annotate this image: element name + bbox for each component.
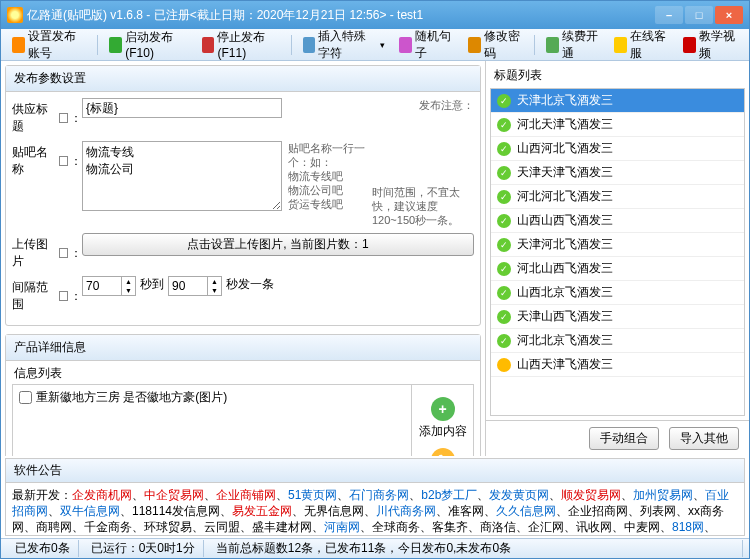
announce-group: 软件公告 最新开发：企发商机网、中企贸易网、企业商铺网、51黄页网、石门商务网、…	[5, 458, 745, 536]
warning-icon	[497, 358, 511, 372]
title-text: 河北山西飞酒发三	[517, 260, 613, 277]
manual-combine-button[interactable]: 手动组合	[589, 427, 659, 450]
start-button[interactable]: 启动发布(F10)	[104, 26, 192, 63]
app-window: 亿路通(贴吧版) v1.6.8 - 已注册<截止日期：2020年12月21日 1…	[0, 0, 750, 559]
title-row[interactable]: ✓河北天津飞酒发三	[491, 113, 744, 137]
title-text: 山西河北飞酒发三	[517, 140, 613, 157]
gear-icon	[12, 37, 25, 53]
title-text: 河北北京飞酒发三	[517, 332, 613, 349]
spinner-to[interactable]: ▲▼	[208, 276, 222, 296]
cs-button[interactable]: 在线客服	[609, 25, 674, 65]
side-buttons: +添加内容 ✎修改内容 ✖删除内容 !全部删除	[411, 385, 473, 456]
title-row[interactable]: ✓山西北京飞酒发三	[491, 281, 744, 305]
window-title: 亿路通(贴吧版) v1.6.8 - 已注册<截止日期：2020年12月21日 1…	[27, 7, 653, 24]
star-icon	[614, 37, 627, 53]
title-text: 天津山西飞酒发三	[517, 308, 613, 325]
right-pane: 标题列表 ✓天津北京飞酒发三✓河北天津飞酒发三✓山西河北飞酒发三✓天津天津飞酒发…	[486, 61, 749, 456]
interval-from-input[interactable]	[82, 276, 122, 296]
status-published: 已发布0条	[7, 540, 79, 557]
check-icon: ✓	[497, 190, 511, 204]
money-icon	[546, 37, 559, 53]
video-button[interactable]: 教学视频	[678, 25, 743, 65]
check-icon: ✓	[497, 118, 511, 132]
main-area: 发布参数设置 供应标题： 发布注意： 贴吧名称： 物流专线 物流公司 贴吧名称一…	[1, 61, 749, 456]
detail-group: 产品详细信息 信息列表 重新徽地方三房 是否徽地方豪(图片) +添加内容 ✎修改…	[5, 334, 481, 456]
title-text: 天津北京飞酒发三	[517, 92, 613, 109]
title-row[interactable]: ✓河北北京飞酒发三	[491, 329, 744, 353]
title-row[interactable]: ✓天津北京飞酒发三	[491, 89, 744, 113]
title-row[interactable]: ✓山西山西飞酒发三	[491, 209, 744, 233]
title-row[interactable]: ✓河北山西飞酒发三	[491, 257, 744, 281]
edit-content-button[interactable]: ✎修改内容	[416, 448, 470, 456]
check-icon: ✓	[497, 262, 511, 276]
plus-icon: +	[431, 397, 455, 421]
info-list-label: 信息列表	[6, 361, 480, 384]
title-row[interactable]: ✓天津河北飞酒发三	[491, 233, 744, 257]
stop-button[interactable]: 停止发布(F11)	[197, 26, 285, 63]
title-text: 河北河北飞酒发三	[517, 188, 613, 205]
title-text: 河北天津飞酒发三	[517, 116, 613, 133]
bar-picker[interactable]	[59, 156, 68, 166]
info-checkbox[interactable]	[19, 391, 32, 404]
check-icon: ✓	[497, 166, 511, 180]
spinner-from[interactable]: ▲▼	[122, 276, 136, 296]
params-group: 发布参数设置 供应标题： 发布注意： 贴吧名称： 物流专线 物流公司 贴吧名称一…	[5, 65, 481, 326]
title-row[interactable]: ✓山西河北飞酒发三	[491, 137, 744, 161]
app-icon	[7, 7, 23, 23]
title-text: 天津天津飞酒发三	[517, 164, 613, 181]
status-summary: 当前总标题数12条，已发布11条，今日发布0,未发布0条	[208, 540, 743, 557]
title-row[interactable]: ✓河北河北飞酒发三	[491, 185, 744, 209]
dice-icon	[399, 37, 412, 53]
title-row[interactable]: ✓天津天津飞酒发三	[491, 161, 744, 185]
video-icon	[683, 37, 696, 53]
title-list-label: 标题列表	[486, 61, 749, 88]
check-icon: ✓	[497, 286, 511, 300]
title-text: 山西天津飞酒发三	[517, 356, 613, 373]
maximize-button[interactable]: □	[685, 6, 713, 24]
renew-button[interactable]: 续费开通	[541, 25, 606, 65]
check-icon: ✓	[497, 238, 511, 252]
title-text: 天津河北飞酒发三	[517, 236, 613, 253]
title-row[interactable]: ✓天津山西飞酒发三	[491, 305, 744, 329]
params-title: 发布参数设置	[6, 66, 480, 92]
interval-picker[interactable]	[59, 291, 68, 301]
detail-title: 产品详细信息	[6, 335, 480, 361]
check-icon: ✓	[497, 94, 511, 108]
stop-icon	[202, 37, 215, 53]
upload-picker[interactable]	[59, 248, 68, 258]
supply-input[interactable]	[82, 98, 282, 118]
status-runtime: 已运行：0天0时1分	[83, 540, 204, 557]
check-icon: ✓	[497, 142, 511, 156]
play-icon	[109, 37, 122, 53]
interval-to-input[interactable]	[168, 276, 208, 296]
info-list[interactable]: 重新徽地方三房 是否徽地方豪(图片)	[13, 385, 411, 456]
statusbar: 已发布0条 已运行：0天0时1分 当前总标题数12条，已发布11条，今日发布0,…	[1, 538, 749, 558]
minimize-button[interactable]: –	[655, 6, 683, 24]
upload-button[interactable]: 点击设置上传图片, 当前图片数：1	[82, 233, 474, 256]
announce-body: 最新开发：企发商机网、中企贸易网、企业商铺网、51黄页网、石门商务网、b2b梦工…	[6, 483, 744, 535]
import-other-button[interactable]: 导入其他	[669, 427, 739, 450]
title-list[interactable]: ✓天津北京飞酒发三✓河北天津飞酒发三✓山西河北飞酒发三✓天津天津飞酒发三✓河北河…	[490, 88, 745, 416]
random-button[interactable]: 随机句子	[394, 25, 459, 65]
check-icon: ✓	[497, 310, 511, 324]
left-pane: 发布参数设置 供应标题： 发布注意： 贴吧名称： 物流专线 物流公司 贴吧名称一…	[1, 61, 486, 456]
password-button[interactable]: 修改密码	[463, 25, 528, 65]
insert-button[interactable]: 插入特殊字符▾	[298, 25, 391, 65]
bar-textarea[interactable]: 物流专线 物流公司	[82, 141, 282, 211]
key-icon	[468, 37, 481, 53]
close-button[interactable]: ×	[715, 6, 743, 24]
set-account-button[interactable]: 设置发布账号	[7, 25, 91, 65]
insert-icon	[303, 37, 316, 53]
title-text: 山西山西飞酒发三	[517, 212, 613, 229]
title-text: 山西北京飞酒发三	[517, 284, 613, 301]
check-icon: ✓	[497, 334, 511, 348]
add-content-button[interactable]: +添加内容	[416, 397, 470, 440]
check-icon: ✓	[497, 214, 511, 228]
toolbar: 设置发布账号 启动发布(F10) 停止发布(F11) 插入特殊字符▾ 随机句子 …	[1, 29, 749, 61]
info-row[interactable]: 重新徽地方三房 是否徽地方豪(图片)	[13, 385, 411, 410]
title-row[interactable]: 山西天津飞酒发三	[491, 353, 744, 377]
notice-label: 发布注意：	[419, 98, 474, 112]
supply-picker[interactable]	[59, 113, 68, 123]
announce-title: 软件公告	[6, 459, 744, 483]
pencil-icon: ✎	[431, 448, 455, 456]
